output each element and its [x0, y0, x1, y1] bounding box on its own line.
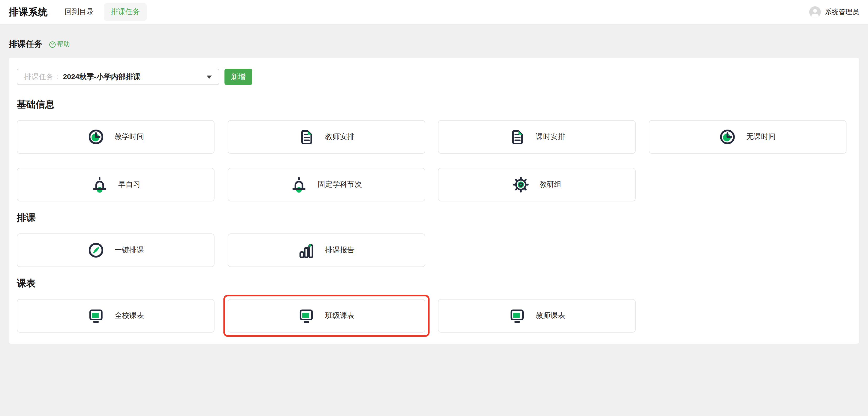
feature-card-label: 教研组 [539, 180, 561, 189]
user-menu[interactable]: 系统管理员 [809, 6, 859, 18]
feature-card-label: 无课时间 [746, 132, 776, 142]
monitor-icon [298, 307, 315, 324]
feature-card[interactable]: 排课报告 [227, 233, 425, 267]
nav-tab-scheduling-task[interactable]: 排课任务 [104, 3, 147, 21]
section-heading: 基础信息 [17, 98, 851, 111]
page-header: 排课任务 ? 帮助 [0, 39, 868, 50]
clock-icon [719, 128, 736, 145]
card-grid: 教学时间教师安排课时安排无课时间早自习固定学科节次教研组 [17, 120, 851, 202]
gear-icon [512, 176, 529, 193]
feature-card-label: 排课报告 [325, 245, 354, 255]
feature-card[interactable]: 教研组 [438, 168, 636, 202]
feature-card-label: 教师课表 [536, 311, 565, 321]
card-grid: 一键排课排课报告 [17, 233, 851, 267]
user-name: 系统管理员 [825, 7, 859, 17]
clock-icon [87, 128, 104, 145]
feature-sections: 基础信息教学时间教师安排课时安排无课时间早自习固定学科节次教研组排课一键排课排课… [17, 98, 851, 333]
feature-card[interactable]: 一键排课 [17, 233, 215, 267]
feature-card-label: 全校课表 [115, 311, 144, 321]
section-heading: 排课 [17, 211, 851, 224]
nav-back-to-directory[interactable]: 回到目录 [64, 7, 94, 17]
add-task-button[interactable]: 新增 [224, 69, 252, 85]
main-nav: 回到目录 排课任务 [64, 3, 147, 21]
compass-icon [87, 242, 104, 259]
task-select-label: 排课任务： [24, 72, 61, 82]
help-link[interactable]: ? 帮助 [49, 40, 70, 49]
question-circle-icon: ? [49, 41, 56, 48]
app-root: 排课系统 回到目录 排课任务 系统管理员 排课任务 ? [0, 0, 868, 416]
content-panel: 排课任务： 2024秋季-小学内部排课 新增 基础信息教学时间教师安排课时安排无… [9, 58, 859, 344]
page-title: 排课任务 [9, 39, 42, 50]
task-toolbar: 排课任务： 2024秋季-小学内部排课 新增 [17, 69, 851, 85]
card-grid: 全校课表班级课表教师课表 [17, 299, 851, 333]
monitor-icon [508, 307, 525, 324]
feature-card[interactable]: 班级课表 [227, 299, 425, 333]
feature-card[interactable]: 教学时间 [17, 120, 215, 154]
task-select[interactable]: 排课任务： 2024秋季-小学内部排课 [17, 69, 219, 85]
feature-card-label: 教师安排 [325, 132, 354, 142]
feature-card-label: 班级课表 [325, 311, 354, 321]
feature-card-label: 一键排课 [115, 245, 144, 255]
feature-card[interactable]: 教师课表 [438, 299, 636, 333]
document-icon [508, 128, 525, 145]
section-heading: 课表 [17, 277, 851, 290]
bell-icon [91, 176, 108, 193]
feature-card-label: 固定学科节次 [318, 180, 362, 189]
feature-card[interactable]: 教师安排 [227, 120, 425, 154]
feature-card-label: 课时安排 [536, 132, 565, 142]
feature-card[interactable]: 全校课表 [17, 299, 215, 333]
feature-card[interactable]: 课时安排 [438, 120, 636, 154]
monitor-icon [87, 307, 104, 324]
feature-card[interactable]: 固定学科节次 [227, 168, 425, 202]
bell-icon [290, 176, 307, 193]
feature-card[interactable]: 无课时间 [649, 120, 846, 154]
navbar: 排课系统 回到目录 排课任务 系统管理员 [0, 0, 868, 24]
help-label: 帮助 [57, 40, 70, 49]
avatar-icon [809, 6, 821, 18]
feature-card-label: 早自习 [118, 180, 140, 189]
feature-card[interactable]: 早自习 [17, 168, 215, 202]
feature-card-label: 教学时间 [115, 132, 144, 142]
app-title: 排课系统 [9, 5, 48, 18]
task-select-value: 2024秋季-小学内部排课 [63, 72, 141, 82]
page-body: 排课任务 ? 帮助 排课任务： 2024秋季-小学内部排课 新增 基础信息教学时… [0, 39, 868, 344]
document-icon [298, 128, 315, 145]
chart-icon [298, 242, 315, 259]
chevron-down-icon [207, 75, 212, 79]
